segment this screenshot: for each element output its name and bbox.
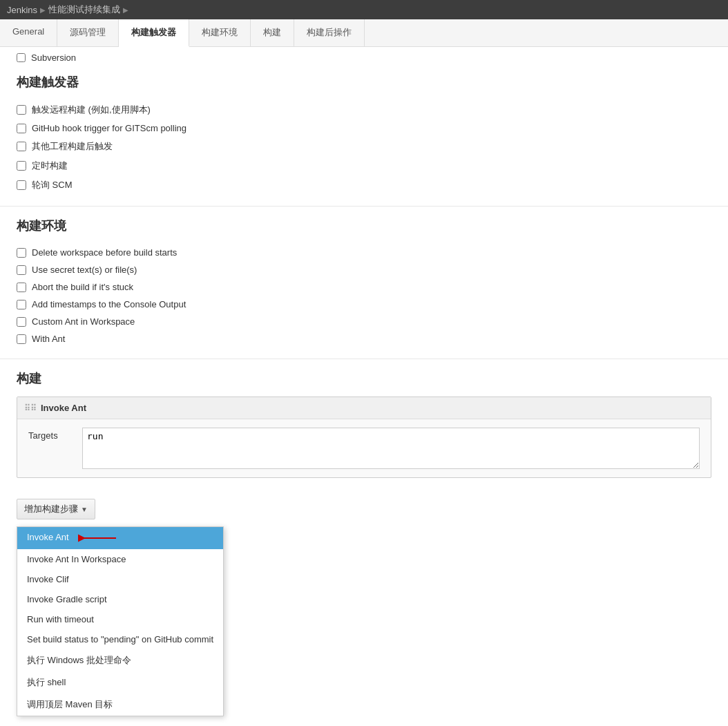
drag-handle-icon: ⠿⠿ (24, 403, 37, 413)
add-step-container: 增加构建步骤 ▼ Invoke Ant Invoke Ant In Worksp… (17, 492, 95, 526)
menu-invoke-ant-label: Invoke Ant (27, 532, 69, 542)
menu-item-invoke-ant[interactable]: Invoke Ant (17, 527, 223, 549)
trigger-poll-row: 轮询 SCM (17, 175, 711, 195)
targets-row: Targets (28, 428, 700, 469)
env-timestamps-checkbox[interactable] (17, 300, 26, 309)
breadcrumb-bar: Jenkins ▶ 性能测试持续集成 ▶ (0, 0, 728, 19)
build-env-section: 构建环境 Delete workspace before build start… (0, 207, 728, 359)
subversion-label: Subversion (31, 52, 76, 63)
menu-item-invoke-clif[interactable]: Invoke Clif (17, 569, 223, 589)
env-delete-workspace-row: Delete workspace before build starts (17, 244, 711, 261)
env-with-ant-checkbox[interactable] (17, 334, 26, 344)
separator-1: ▶ (40, 6, 46, 14)
tab-general[interactable]: General (0, 19, 57, 46)
env-custom-ant-label: Custom Ant in Workspace (32, 316, 135, 327)
invoke-ant-title: Invoke Ant (41, 403, 86, 413)
project-link[interactable]: 性能测试持续集成 (48, 3, 120, 16)
tab-build[interactable]: 构建 (251, 19, 294, 46)
menu-item-run-timeout[interactable]: Run with timeout (17, 609, 223, 629)
tab-navigation: General 源码管理 构建触发器 构建环境 构建 构建后操作 (0, 19, 728, 47)
trigger-remote-label: 触发远程构建 (例如,使用脚本) (32, 104, 151, 116)
env-timestamps-row: Add timestamps to the Console Output (17, 296, 711, 313)
menu-item-exec-shell[interactable]: 执行 shell (17, 671, 223, 694)
env-abort-stuck-checkbox[interactable] (17, 283, 26, 292)
env-custom-ant-checkbox[interactable] (17, 317, 26, 327)
trigger-poll-checkbox[interactable] (17, 180, 26, 190)
env-custom-ant-row: Custom Ant in Workspace (17, 313, 711, 330)
tab-post[interactable]: 构建后操作 (294, 19, 365, 46)
trigger-scheduled-label: 定时构建 (32, 160, 68, 172)
trigger-scheduled-row: 定时构建 (17, 156, 711, 175)
subversion-checkbox[interactable] (17, 53, 26, 62)
menu-item-exec-windows[interactable]: 执行 Windows 批处理命令 (17, 649, 223, 671)
trigger-github-checkbox[interactable] (17, 124, 26, 133)
trigger-other-row: 其他工程构建后触发 (17, 137, 711, 156)
menu-item-invoke-ant-workspace[interactable]: Invoke Ant In Workspace (17, 549, 223, 569)
trigger-remote-row: 触发远程构建 (例如,使用脚本) (17, 100, 711, 120)
invoke-ant-box: ⠿⠿ Invoke Ant Targets (17, 397, 711, 478)
build-section-title: 构建 (17, 370, 711, 387)
env-with-ant-label: With Ant (32, 334, 65, 344)
subversion-row: Subversion (0, 47, 728, 63)
menu-item-invoke-maven[interactable]: 调用顶层 Maven 目标 (17, 694, 223, 716)
tab-scm[interactable]: 源码管理 (57, 19, 119, 46)
env-with-ant-row: With Ant (17, 330, 711, 347)
tab-env[interactable]: 构建环境 (189, 19, 251, 46)
build-section: 构建 ⠿⠿ Invoke Ant Targets 增加构建步骤 ▼ (0, 359, 728, 537)
env-abort-stuck-row: Abort the build if it's stuck (17, 278, 711, 296)
trigger-github-label: GitHub hook trigger for GITScm polling (32, 123, 186, 133)
trigger-other-label: 其他工程构建后触发 (32, 140, 113, 153)
env-secret-text-checkbox[interactable] (17, 265, 26, 275)
menu-item-invoke-gradle[interactable]: Invoke Gradle script (17, 589, 223, 609)
jenkins-link[interactable]: Jenkins (7, 5, 37, 15)
main-content: Subversion 构建触发器 触发远程构建 (例如,使用脚本) GitHub… (0, 47, 728, 726)
menu-item-set-build-status[interactable]: Set build status to "pending" on GitHub … (17, 629, 223, 649)
invoke-ant-content: Targets (17, 419, 711, 477)
invoke-ant-arrow-icon (78, 532, 119, 542)
env-delete-workspace-checkbox[interactable] (17, 248, 26, 258)
targets-label: Targets (28, 428, 77, 441)
env-secret-text-label: Use secret text(s) or file(s) (32, 265, 137, 275)
targets-input[interactable] (82, 428, 700, 469)
add-step-button[interactable]: 增加构建步骤 ▼ (17, 499, 95, 519)
build-triggers-section: 构建触发器 触发远程构建 (例如,使用脚本) GitHub hook trigg… (0, 63, 728, 207)
build-inner: ⠿⠿ Invoke Ant Targets (17, 397, 711, 492)
tab-triggers[interactable]: 构建触发器 (119, 19, 189, 47)
trigger-remote-checkbox[interactable] (17, 105, 26, 115)
build-step-dropdown: Invoke Ant Invoke Ant In Workspace Invok… (17, 526, 224, 716)
invoke-ant-header: ⠿⠿ Invoke Ant (17, 397, 711, 419)
dropdown-arrow-icon: ▼ (81, 506, 88, 513)
env-abort-stuck-label: Abort the build if it's stuck (32, 282, 133, 292)
separator-2: ▶ (123, 6, 128, 14)
trigger-poll-label: 轮询 SCM (32, 179, 73, 191)
trigger-other-checkbox[interactable] (17, 142, 26, 151)
trigger-scheduled-checkbox[interactable] (17, 161, 26, 171)
trigger-github-row: GitHub hook trigger for GITScm polling (17, 120, 711, 137)
env-secret-text-row: Use secret text(s) or file(s) (17, 261, 711, 278)
add-step-label: 增加构建步骤 (24, 503, 78, 515)
build-env-title: 构建环境 (17, 218, 711, 234)
build-triggers-title: 构建触发器 (17, 74, 711, 90)
env-timestamps-label: Add timestamps to the Console Output (32, 299, 186, 309)
env-delete-workspace-label: Delete workspace before build starts (32, 247, 177, 258)
